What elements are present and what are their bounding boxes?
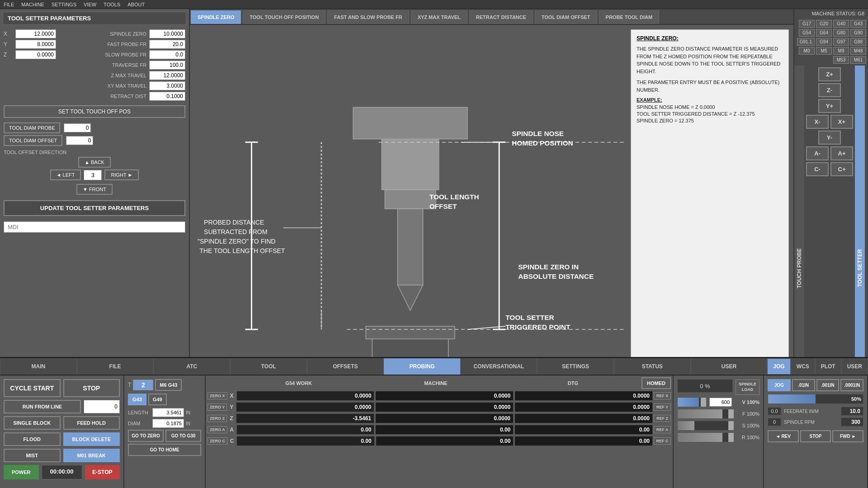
- z-plus-btn[interactable]: Z+: [818, 67, 841, 81]
- v-override-input[interactable]: [709, 398, 732, 407]
- go-to-home-btn[interactable]: GO TO HOME: [128, 444, 201, 456]
- ref-y-btn[interactable]: REF Y: [654, 404, 671, 411]
- nav-tool[interactable]: TOOL: [230, 358, 307, 375]
- nav-file[interactable]: FILE: [77, 358, 154, 375]
- slow-probe-input[interactable]: [149, 50, 185, 59]
- xymax-input[interactable]: [149, 81, 185, 90]
- nav-conversational[interactable]: CONVERSATIONAL: [460, 358, 537, 375]
- zero-y-btn[interactable]: ZERO Y: [208, 404, 227, 411]
- fast-probe-input[interactable]: [149, 40, 185, 49]
- block-delete-btn[interactable]: BLOCK DELETE: [63, 432, 120, 446]
- menu-view[interactable]: VIEW: [84, 2, 96, 7]
- nav-settings[interactable]: SETTINGS: [537, 358, 614, 375]
- menu-file[interactable]: FILE: [4, 2, 14, 7]
- x-input[interactable]: [15, 29, 56, 38]
- mdi-input[interactable]: [4, 221, 185, 233]
- nav-status[interactable]: STATUS: [614, 358, 691, 375]
- front-btn[interactable]: ▼ FRONT: [76, 184, 113, 195]
- flood-btn[interactable]: FLOOD: [4, 432, 61, 446]
- length-input[interactable]: [152, 408, 184, 417]
- menu-about[interactable]: ABOUT: [127, 2, 145, 7]
- c-minus-btn[interactable]: C-: [806, 162, 829, 176]
- nav-wcs[interactable]: WCS: [791, 358, 815, 375]
- jog-btn[interactable]: JOG: [768, 379, 791, 391]
- z-input[interactable]: [15, 50, 56, 59]
- left-btn[interactable]: ◄ LEFT: [50, 169, 81, 180]
- g43-btn[interactable]: G43: [128, 394, 146, 405]
- r-slider-bar[interactable]: [677, 432, 734, 442]
- tab-probe-fr[interactable]: FAST AND SLOW PROBE FR: [327, 10, 409, 24]
- nav-main[interactable]: MAIN: [0, 358, 77, 375]
- stop-btn[interactable]: STOP: [63, 379, 120, 397]
- s-slider-bar[interactable]: [677, 421, 734, 431]
- set-tool-touch-btn[interactable]: SET TOOL TOUCH OFF POS: [4, 105, 185, 118]
- v-slider-bar[interactable]: [677, 397, 707, 407]
- tab-probe-diam[interactable]: PROBE TOOL DIAM: [599, 10, 660, 24]
- traverse-input[interactable]: [149, 61, 185, 70]
- tab-spindle-zero[interactable]: SPINDLE ZERO: [191, 10, 241, 24]
- ref-a-btn[interactable]: REF A: [654, 426, 671, 433]
- ref-z-btn[interactable]: REF Z: [654, 415, 671, 422]
- x-minus-btn[interactable]: X-: [806, 115, 829, 129]
- nav-atc[interactable]: ATC: [153, 358, 230, 375]
- g49-btn[interactable]: G49: [148, 394, 167, 405]
- go-to-zero-btn[interactable]: GO TO ZERO: [128, 430, 164, 442]
- mist-btn[interactable]: MIST: [4, 449, 61, 462]
- tab-tool-touch[interactable]: TOOL TOUCH OFF POSITION: [243, 10, 326, 24]
- tool-diam-offset-input[interactable]: [66, 136, 93, 145]
- run-from-line-btn[interactable]: RUN FROM LINE: [4, 400, 81, 413]
- nav-probing[interactable]: PROBING: [384, 358, 461, 375]
- tool-diam-offset-btn[interactable]: TOOL DIAM OFFSET: [4, 135, 62, 146]
- feed-hold-btn[interactable]: FEED HOLD: [63, 416, 120, 430]
- back-btn[interactable]: ▲ BACK: [78, 157, 111, 168]
- cycle-start-btn[interactable]: CYCLE START: [4, 379, 61, 397]
- rev-btn[interactable]: ◄ REV: [768, 430, 799, 442]
- a-minus-btn[interactable]: A-: [806, 146, 829, 160]
- jog-01-btn[interactable]: .01IN: [792, 379, 815, 391]
- y-input[interactable]: [15, 40, 56, 49]
- jog-0001-btn[interactable]: .0001IN: [840, 379, 863, 391]
- spindle-stop-btn[interactable]: STOP: [800, 430, 831, 442]
- dir-num-input[interactable]: [84, 170, 102, 180]
- right-btn[interactable]: RIGHT ►: [104, 169, 139, 180]
- x-plus-btn[interactable]: X+: [830, 115, 853, 129]
- zmax-input[interactable]: [149, 71, 185, 80]
- m6g43-btn[interactable]: M6 G43: [155, 379, 182, 391]
- menu-settings[interactable]: SETTINGS: [52, 2, 76, 7]
- fwd-btn[interactable]: FWD ►: [832, 430, 863, 442]
- diam-input[interactable]: [152, 419, 184, 428]
- z-minus-btn[interactable]: Z-: [818, 83, 841, 97]
- f-slider-bar[interactable]: [677, 409, 734, 419]
- menu-machine[interactable]: MACHINE: [21, 2, 44, 7]
- estop-btn[interactable]: E-STOP: [85, 465, 120, 479]
- spindle-zero-input[interactable]: [149, 29, 185, 38]
- y-minus-btn[interactable]: Y-: [818, 131, 841, 145]
- tool-diam-probe-btn[interactable]: TOOL DIAM PROBE: [4, 122, 60, 133]
- zero-z-btn[interactable]: ZERO Z: [208, 415, 227, 422]
- tab-diam-offset[interactable]: TOOL DIAM OFFSET: [535, 10, 597, 24]
- update-btn[interactable]: UPDATE TOOL SETTER PARAMETERS: [4, 200, 185, 216]
- homed-btn[interactable]: HOMED: [642, 377, 671, 389]
- nav-user[interactable]: USER: [691, 358, 768, 375]
- jog-slider[interactable]: 50%: [768, 394, 863, 404]
- nav-user-right[interactable]: USER: [841, 358, 868, 375]
- zero-x-btn[interactable]: ZERO X: [208, 392, 227, 399]
- retract-input[interactable]: [149, 92, 185, 101]
- jog-001-btn[interactable]: .001IN: [816, 379, 840, 391]
- y-plus-btn[interactable]: Y+: [818, 99, 841, 113]
- tool-diam-probe-input[interactable]: [64, 123, 91, 132]
- run-from-line-input[interactable]: [84, 400, 120, 413]
- tab-retract[interactable]: RETRACT DISTANCE: [469, 10, 533, 24]
- single-block-btn[interactable]: SINGLE BLOCK: [4, 416, 61, 430]
- a-plus-btn[interactable]: A+: [830, 146, 853, 160]
- ref-x-btn[interactable]: REF X: [654, 392, 671, 399]
- t-input[interactable]: [133, 380, 153, 390]
- nav-plot[interactable]: PLOT: [815, 358, 841, 375]
- c-plus-btn[interactable]: C+: [830, 162, 853, 176]
- go-to-g30-btn[interactable]: GO TO G30: [165, 430, 201, 442]
- menu-tools[interactable]: TOOLS: [104, 2, 120, 7]
- nav-offsets[interactable]: OFFSETS: [307, 358, 384, 375]
- power-btn[interactable]: POWER: [4, 465, 39, 479]
- nav-jog[interactable]: JOG: [767, 358, 790, 375]
- zero-c-btn[interactable]: ZERO C: [208, 437, 227, 445]
